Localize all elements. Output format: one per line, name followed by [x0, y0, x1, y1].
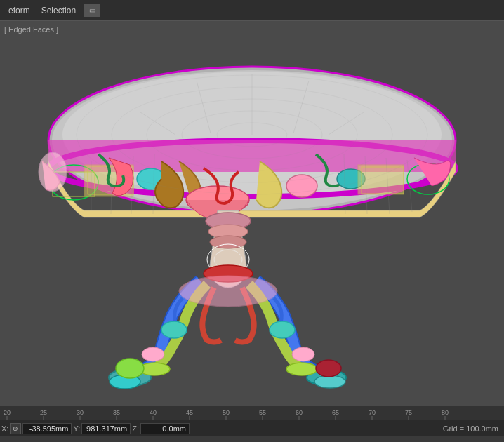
svg-point-28 — [286, 363, 317, 375]
svg-text:40: 40 — [150, 409, 157, 416]
top-menubar: eform Selection ▭ — [0, 0, 504, 21]
svg-point-34 — [316, 360, 341, 377]
z-coord-group: Z: 0.0mm — [132, 423, 190, 434]
z-label: Z: — [132, 424, 139, 433]
menu-icon-box[interactable]: ▭ — [84, 4, 100, 17]
svg-rect-13 — [358, 165, 404, 194]
svg-point-16 — [39, 152, 67, 192]
y-label: Y: — [73, 424, 80, 433]
coord-bar: X: ⊕ -38.595mm Y: 981.317mm Z: 0.0mm Gri… — [0, 420, 504, 436]
x-lock-icon[interactable]: ⊕ — [10, 423, 21, 434]
menu-selection[interactable]: Selection — [36, 3, 81, 18]
svg-point-29 — [161, 321, 187, 338]
svg-point-35 — [179, 276, 277, 307]
y-coord-group: Y: 981.317mm — [73, 423, 131, 434]
svg-text:55: 55 — [259, 409, 266, 416]
menu-eform[interactable]: eform — [3, 3, 36, 18]
y-value[interactable]: 981.317mm — [81, 423, 131, 434]
viewport-label: [ Edged Faces ] — [4, 25, 58, 34]
svg-text:65: 65 — [332, 409, 339, 416]
svg-point-31 — [270, 321, 295, 338]
viewport[interactable]: [ Edged Faces ] — [0, 21, 504, 406]
svg-point-32 — [292, 347, 314, 361]
svg-point-26 — [314, 375, 345, 388]
svg-text:35: 35 — [113, 409, 120, 416]
svg-text:30: 30 — [77, 409, 84, 416]
svg-text:75: 75 — [405, 409, 412, 416]
svg-text:60: 60 — [296, 409, 303, 416]
svg-point-30 — [142, 347, 164, 361]
svg-text:20: 20 — [4, 409, 11, 416]
ruler-bar: 20 25 30 35 40 45 50 55 60 — [0, 406, 504, 420]
x-label: X: — [1, 424, 8, 433]
grid-info: Grid = 100.0mm — [443, 424, 503, 433]
x-coord-group: X: ⊕ -38.595mm — [1, 423, 72, 434]
svg-rect-54 — [0, 406, 504, 420]
z-value[interactable]: 0.0mm — [140, 423, 190, 434]
svg-text:70: 70 — [369, 409, 376, 416]
svg-point-19 — [210, 236, 246, 248]
x-value[interactable]: -38.595mm — [22, 423, 72, 434]
svg-text:25: 25 — [40, 409, 47, 416]
svg-text:80: 80 — [442, 409, 449, 416]
svg-text:50: 50 — [223, 409, 230, 416]
scene-canvas — [0, 21, 504, 406]
svg-text:45: 45 — [186, 409, 193, 416]
svg-point-33 — [116, 359, 144, 378]
